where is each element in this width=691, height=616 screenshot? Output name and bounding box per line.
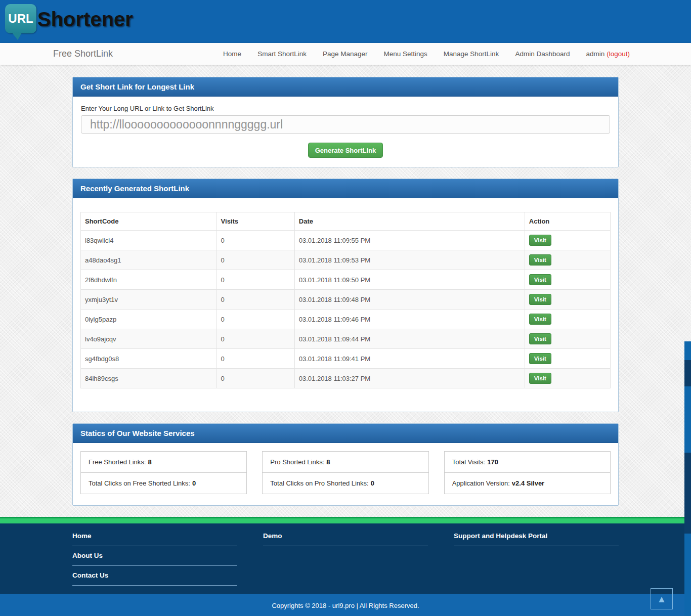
- scrollbar-thumb[interactable]: [684, 360, 691, 386]
- scrollbar-thumb[interactable]: [684, 453, 691, 534]
- footer-link-demo[interactable]: Demo: [263, 526, 428, 546]
- green-divider: [0, 517, 691, 523]
- visit-button[interactable]: Visit: [529, 333, 551, 344]
- date-cell: 03.01.2018 11:09:50 PM: [294, 270, 525, 290]
- action-cell: Visit: [525, 231, 610, 250]
- generate-shortlink-button[interactable]: Generate ShortLink: [308, 143, 383, 158]
- visit-button[interactable]: Visit: [529, 274, 551, 285]
- nav-item-user[interactable]: admin (logout): [578, 43, 638, 65]
- visits-cell: 0: [217, 369, 294, 388]
- nav-item-manage-shortlink[interactable]: Manage ShortLink: [436, 43, 507, 65]
- action-cell: Visit: [525, 250, 610, 270]
- date-cell: 03.01.2018 11:09:53 PM: [294, 250, 525, 270]
- table-row: a48dao4sg1 0 03.01.2018 11:09:53 PM Visi…: [81, 250, 611, 270]
- page-scrollbar[interactable]: [684, 341, 691, 616]
- footer-link-contact-us[interactable]: Contact Us: [72, 566, 237, 586]
- visit-button[interactable]: Visit: [529, 353, 551, 364]
- footer-link-about-us[interactable]: About Us: [72, 546, 237, 566]
- main-content: Get Short Link for Longest Link Enter Yo…: [72, 77, 619, 506]
- stat-pro-clicks: Total Clicks on Pro Shorted Links:0: [263, 473, 428, 494]
- stat-label: Free Shorted Links:: [89, 458, 146, 466]
- stat-box-pro: Pro Shorted Links:8 Total Clicks on Pro …: [262, 451, 428, 494]
- brand-free-shortlink: Free ShortLink: [53, 49, 113, 59]
- copyright-bar: Copyrights © 2018 - url9.pro | All Right…: [0, 594, 691, 616]
- shortcode-cell: l83qwlici4: [81, 231, 217, 250]
- visits-cell: 0: [217, 329, 294, 349]
- visits-cell: 0: [217, 310, 294, 329]
- footer-link-support[interactable]: Support and Helpdesk Portal: [454, 526, 619, 546]
- table-row: 0iylg5pazp 0 03.01.2018 11:09:46 PM Visi…: [81, 310, 611, 329]
- shortcode-cell: a48dao4sg1: [81, 250, 217, 270]
- visits-cell: 0: [217, 231, 294, 250]
- footer-col-3: Support and Helpdesk Portal: [454, 526, 619, 586]
- stat-value: 8: [326, 458, 330, 466]
- visits-cell: 0: [217, 349, 294, 369]
- visits-cell: 0: [217, 290, 294, 310]
- stat-label: Total Visits:: [452, 458, 486, 466]
- date-cell: 03.01.2018 11:09:55 PM: [294, 231, 525, 250]
- date-cell: 03.01.2018 11:03:27 PM: [294, 369, 525, 388]
- nav-item-smart-shortlink[interactable]: Smart ShortLink: [249, 43, 315, 65]
- stat-label: Pro Shorted Links:: [270, 458, 324, 466]
- visits-cell: 0: [217, 270, 294, 290]
- shortcode-cell: 0iylg5pazp: [81, 310, 217, 329]
- logo-title: Shortener: [37, 4, 133, 34]
- stat-box-free: Free Shorted Links:8 Total Clicks on Fre…: [80, 451, 247, 494]
- action-cell: Visit: [525, 369, 610, 388]
- stats-panel-title: Statics of Our Website Services: [73, 424, 618, 443]
- date-cell: 03.01.2018 11:09:44 PM: [294, 329, 525, 349]
- date-cell: 03.01.2018 11:09:48 PM: [294, 290, 525, 310]
- nav-menu: Home Smart ShortLink Page Manager Menu S…: [215, 43, 638, 65]
- shortcode-cell: sg4fbdg0s8: [81, 349, 217, 369]
- action-cell: Visit: [525, 270, 610, 290]
- stat-pro-links: Pro Shorted Links:8: [263, 452, 428, 473]
- visit-button[interactable]: Visit: [529, 254, 551, 266]
- stat-free-clicks: Total Clicks on Free Shorted Links:0: [81, 473, 246, 494]
- long-url-input[interactable]: [81, 115, 610, 134]
- table-row: 2f6dhdwlfn 0 03.01.2018 11:09:50 PM Visi…: [81, 270, 611, 290]
- logout-link[interactable]: (logout): [607, 50, 630, 58]
- stat-value: 8: [148, 458, 151, 466]
- table-row: l83qwlici4 0 03.01.2018 11:09:55 PM Visi…: [81, 231, 611, 250]
- col-header-action: Action: [525, 212, 610, 231]
- username-label: admin: [586, 50, 604, 58]
- footer-col-2: Demo: [263, 526, 428, 586]
- date-cell: 03.01.2018 11:09:46 PM: [294, 310, 525, 329]
- url-logo-badge-icon: URL: [5, 4, 36, 33]
- shortcode-cell: 2f6dhdwlfn: [81, 270, 217, 290]
- table-row: 84lh89csgs 0 03.01.2018 11:03:27 PM Visi…: [81, 369, 611, 388]
- footer-link-home[interactable]: Home: [72, 526, 237, 546]
- action-cell: Visit: [525, 349, 610, 369]
- shorten-panel: Get Short Link for Longest Link Enter Yo…: [72, 77, 619, 167]
- visit-button[interactable]: Visit: [529, 235, 551, 246]
- date-cell: 03.01.2018 11:09:41 PM: [294, 349, 525, 369]
- nav-item-admin-dashboard[interactable]: Admin Dashboard: [507, 43, 578, 65]
- site-logo[interactable]: URL Shortener: [5, 4, 133, 34]
- visit-button[interactable]: Visit: [529, 314, 551, 325]
- navbar: Free ShortLink Home Smart ShortLink Page…: [0, 43, 691, 65]
- col-header-shortcode: ShortCode: [81, 212, 217, 231]
- stat-total-visits: Total Visits:170: [445, 452, 610, 473]
- footer: Home About Us Contact Us Demo Support an…: [0, 523, 691, 594]
- stat-free-links: Free Shorted Links:8: [81, 452, 246, 473]
- shortcode-cell: 84lh89csgs: [81, 369, 217, 388]
- visit-button[interactable]: Visit: [529, 294, 551, 305]
- col-header-visits: Visits: [217, 212, 294, 231]
- visit-button[interactable]: Visit: [529, 373, 551, 384]
- nav-item-page-manager[interactable]: Page Manager: [315, 43, 376, 65]
- stat-value: 0: [371, 479, 374, 487]
- long-url-label: Enter Your Long URL or Link to Get Short…: [81, 105, 610, 112]
- action-cell: Visit: [525, 290, 610, 310]
- stat-value: v2.4 Silver: [512, 479, 544, 487]
- recent-panel-title: Recently Generated ShortLink: [73, 179, 618, 198]
- stat-label: Total Clicks on Pro Shorted Links:: [270, 479, 368, 487]
- table-row: lv4o9ajcqv 0 03.01.2018 11:09:44 PM Visi…: [81, 329, 611, 349]
- stat-box-totals: Total Visits:170 Application Version:v2.…: [444, 451, 611, 494]
- recent-panel: Recently Generated ShortLink ShortCode V…: [72, 179, 619, 412]
- scroll-to-top-button[interactable]: ▲: [651, 588, 673, 609]
- nav-item-menu-settings[interactable]: Menu Settings: [375, 43, 435, 65]
- copyright-text: Copyrights © 2018 - url9.pro | All Right…: [272, 602, 419, 609]
- nav-item-home[interactable]: Home: [215, 43, 249, 65]
- table-row: yxmju3yt1v 0 03.01.2018 11:09:48 PM Visi…: [81, 290, 611, 310]
- col-header-date: Date: [294, 212, 525, 231]
